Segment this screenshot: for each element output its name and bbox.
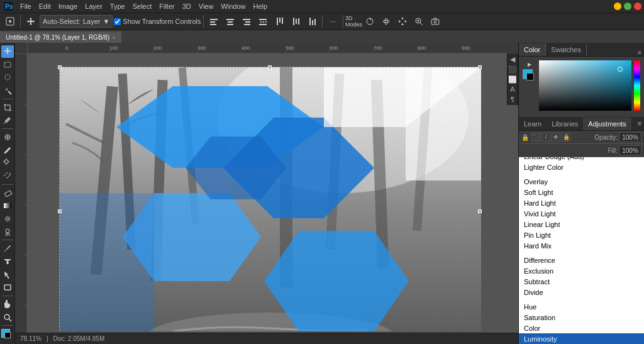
dodge-tool[interactable] xyxy=(1,226,14,238)
blend-vivid-light[interactable]: Vivid Light xyxy=(519,208,644,219)
menu-layer[interactable]: Layer xyxy=(81,0,106,13)
crop-tool[interactable] xyxy=(1,101,14,114)
handle-ml[interactable] xyxy=(58,209,62,213)
tab-color[interactable]: Color xyxy=(519,43,546,56)
fg-bg-colors[interactable] xyxy=(523,69,536,83)
blend-pin-light[interactable]: Pin Light xyxy=(519,230,644,240)
panel-btn-5[interactable]: ¶ xyxy=(508,95,517,104)
color-panel-menu[interactable]: ≡ xyxy=(635,49,644,56)
blur-tool[interactable] xyxy=(1,213,14,225)
handle-tl[interactable] xyxy=(58,65,62,69)
gradient-tool[interactable] xyxy=(1,199,14,212)
handle-tc[interactable] xyxy=(268,65,272,69)
blend-hard-light[interactable]: Hard Light xyxy=(519,197,644,208)
blend-saturation[interactable]: Saturation xyxy=(519,312,644,323)
3d-modes-btn[interactable]: 3D Modes xyxy=(346,14,361,29)
align-vcenter-btn[interactable] xyxy=(288,14,303,29)
hand-tool[interactable] xyxy=(1,298,14,311)
auto-select-dropdown[interactable]: Auto-Select: Layer ▼ xyxy=(40,15,113,28)
menu-3d[interactable]: 3D xyxy=(179,0,195,13)
align-bottom-btn[interactable] xyxy=(304,14,319,29)
camera-btn[interactable] xyxy=(428,14,443,29)
blend-linear-dodge[interactable]: Linear Dodge (Add) xyxy=(519,157,644,162)
pen-tool[interactable] xyxy=(1,242,14,255)
handle-mr[interactable] xyxy=(478,209,482,213)
blend-mode-list[interactable]: Normal Dissolve Darken Multiply Color Bu… xyxy=(519,157,644,344)
path-select-tool[interactable] xyxy=(1,269,14,281)
clone-tool[interactable] xyxy=(1,157,14,169)
lock-transparent-btn[interactable]: ⬛ xyxy=(531,133,540,141)
adj-menu-btn[interactable]: ≡ xyxy=(635,117,644,130)
menu-filter[interactable]: Filter xyxy=(155,0,178,13)
menu-view[interactable]: View xyxy=(195,0,218,13)
tab-libraries[interactable]: Libraries xyxy=(547,118,583,130)
toolbar-home-btn[interactable] xyxy=(3,14,18,29)
tab-close-btn[interactable]: × xyxy=(112,35,115,41)
menu-select[interactable]: Select xyxy=(129,0,156,13)
close-btn[interactable] xyxy=(634,3,641,10)
color-spectrum[interactable] xyxy=(634,60,640,111)
document-tab[interactable]: Untitled-1 @ 78,1% (Layer 1, RGB/8) × xyxy=(0,31,121,43)
blend-linear-light[interactable]: Linear Light xyxy=(519,219,644,230)
menu-edit[interactable]: Edit xyxy=(35,0,55,13)
blend-divide[interactable]: Divide xyxy=(519,287,644,297)
transform-checkbox[interactable] xyxy=(114,18,121,25)
opacity-input[interactable]: 100% xyxy=(619,132,641,142)
zoom-tool[interactable] xyxy=(1,311,14,324)
handle-tr[interactable] xyxy=(478,65,482,69)
blend-subtract[interactable]: Subtract xyxy=(519,276,644,287)
blend-difference[interactable]: Difference xyxy=(519,255,644,265)
pan-btn[interactable] xyxy=(395,14,410,29)
blend-exclusion[interactable]: Exclusion xyxy=(519,265,644,276)
eraser-tool[interactable] xyxy=(1,187,14,199)
lock-pixel-btn[interactable]: / xyxy=(541,133,550,141)
history-brush-tool[interactable] xyxy=(1,170,14,182)
toolbar-move-btn[interactable] xyxy=(23,14,38,29)
menu-window[interactable]: Window xyxy=(217,0,249,13)
distribute-btn[interactable] xyxy=(255,14,270,29)
blend-color[interactable]: Color xyxy=(519,323,644,333)
bg-color-square[interactable] xyxy=(526,73,534,80)
lock-position-btn[interactable]: ✥ xyxy=(552,133,560,141)
blend-lighter-color[interactable]: Lighter Color xyxy=(519,162,644,172)
fg-bg-color-area[interactable] xyxy=(1,329,14,341)
lasso-tool[interactable] xyxy=(1,71,14,84)
rotate-btn[interactable] xyxy=(362,14,377,29)
panel-expand-btn[interactable]: ◀ xyxy=(508,55,517,64)
menu-type[interactable]: Type xyxy=(106,0,129,13)
more-options-btn[interactable]: ··· xyxy=(325,14,340,29)
align-center-btn[interactable] xyxy=(223,14,238,29)
color-picker-cursor[interactable] xyxy=(618,67,623,72)
tab-adjustments[interactable]: Adjustments xyxy=(583,118,631,130)
menu-image[interactable]: Image xyxy=(55,0,82,13)
move-tool[interactable] xyxy=(1,45,14,58)
blend-hard-mix[interactable]: Hard Mix xyxy=(519,240,644,251)
bg-color-swatch[interactable] xyxy=(4,332,11,338)
fill-input[interactable]: 100% xyxy=(619,145,641,155)
zoom-3d-btn[interactable] xyxy=(411,14,426,29)
panel-btn-2[interactable]: ⬛ xyxy=(508,65,517,74)
maximize-btn[interactable] xyxy=(624,3,631,10)
blend-soft-light[interactable]: Soft Light xyxy=(519,187,644,197)
minimize-btn[interactable] xyxy=(614,3,621,10)
rect-shape-tool[interactable] xyxy=(1,281,14,294)
tab-learn[interactable]: Learn xyxy=(519,118,547,130)
play-button[interactable]: ▶ xyxy=(526,60,533,68)
menu-help[interactable]: Help xyxy=(250,0,272,13)
eyedropper-tool[interactable] xyxy=(1,114,14,126)
healing-tool[interactable] xyxy=(1,131,14,143)
panel-btn-4[interactable]: A xyxy=(508,85,517,94)
align-right-btn[interactable] xyxy=(239,14,254,29)
blend-overlay[interactable]: Overlay xyxy=(519,176,644,187)
align-top-btn[interactable] xyxy=(272,14,287,29)
align-left-btn[interactable] xyxy=(206,14,221,29)
text-tool[interactable] xyxy=(1,255,14,268)
brush-tool[interactable] xyxy=(1,144,14,157)
lock-all-btn[interactable]: 🔒 xyxy=(562,133,570,141)
tab-swatches[interactable]: Swatches xyxy=(546,43,587,56)
blend-luminosity[interactable]: Luminosity xyxy=(519,333,644,344)
rect-select-tool[interactable] xyxy=(1,58,14,71)
orbit-btn[interactable] xyxy=(379,14,394,29)
magic-wand-tool[interactable] xyxy=(1,84,14,97)
panel-btn-3[interactable]: ⬜ xyxy=(508,75,517,84)
